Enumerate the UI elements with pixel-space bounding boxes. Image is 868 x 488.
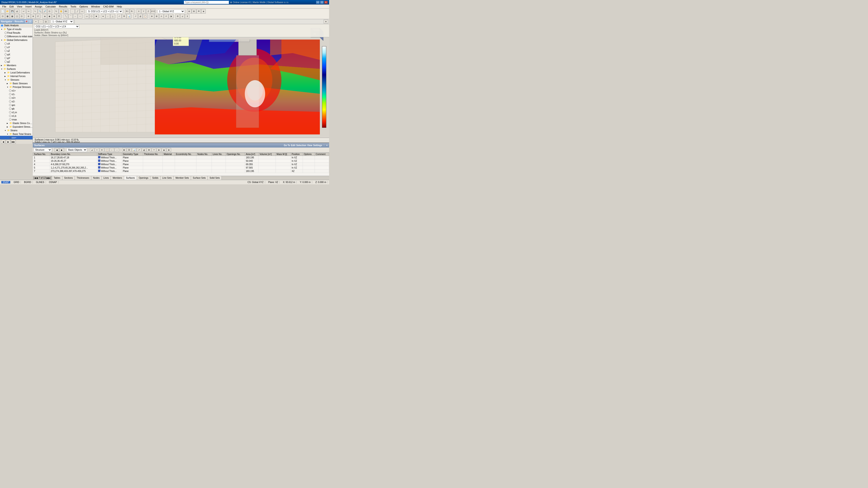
tb2-snap2[interactable]: ⊕ <box>150 14 154 19</box>
tb-results-off[interactable]: R- <box>130 9 134 13</box>
tree-diff-initial[interactable]: Differences to initial state <box>0 35 33 38</box>
menu-file[interactable]: File <box>1 5 8 8</box>
menu-window[interactable]: Window <box>90 5 101 8</box>
tb2-load[interactable]: ↓ <box>105 14 110 19</box>
menu-assign[interactable]: Assign <box>33 5 43 8</box>
tb-surface[interactable]: ▭ <box>80 9 84 13</box>
nav-close[interactable]: ✕ <box>29 20 32 23</box>
tb-x[interactable]: X <box>136 9 141 13</box>
tb2-render2[interactable]: ◑ <box>168 14 173 19</box>
tree-phix[interactable]: φX <box>0 53 33 56</box>
tb2-curve[interactable]: ⌒ <box>68 14 73 19</box>
tree-uy[interactable]: uY <box>0 45 33 49</box>
tb2-clip[interactable]: 📋 <box>143 14 147 19</box>
tb-snap[interactable]: ⊕ <box>187 9 191 13</box>
tb2-filter[interactable]: ⊿ <box>180 14 185 19</box>
tab-members[interactable]: Members <box>111 176 124 180</box>
tree-uz[interactable]: uZ <box>0 49 33 53</box>
tree-type-results[interactable]: 📁 Type of results <box>0 27 33 31</box>
tb2-axes[interactable]: ⊞ <box>154 14 159 19</box>
tb-select[interactable]: ↖ <box>33 9 37 13</box>
vp-zoom-in[interactable]: + <box>34 20 38 24</box>
tb-bottom-more1[interactable]: ⊕ <box>157 148 161 152</box>
col-nodes-no[interactable]: Nodes No. <box>196 153 212 156</box>
nav-btn-play[interactable]: ▶▶ <box>11 140 16 144</box>
structure-combo[interactable]: Structure <box>34 148 52 152</box>
nav-pin[interactable]: 📌 <box>25 20 28 23</box>
tb-new[interactable]: 📄 <box>0 9 5 13</box>
tree-elastic-stress[interactable]: 📁 Elastic Stress Components <box>0 121 33 125</box>
tree-phim[interactable]: φm <box>0 103 33 107</box>
col-thickness[interactable]: Thickness No. <box>143 153 162 156</box>
tb-bottom-add[interactable]: + <box>95 148 99 152</box>
table-row[interactable]: 44-9,268,37-58,270Without Thick...Plane6… <box>33 163 329 166</box>
table-row[interactable]: 51,2,4,271,270,65,28,266,262,265,2...Wit… <box>33 166 329 169</box>
col-material[interactable]: Material <box>163 153 175 156</box>
nav-btn-prev[interactable]: ◀ <box>1 140 5 144</box>
tb2-5[interactable]: ⊡ <box>20 14 24 19</box>
tb-bottom-next[interactable]: ▶ <box>59 148 64 152</box>
col-mass[interactable]: Mass M [t] <box>276 153 291 156</box>
tree-sigma2p[interactable]: σ2+ <box>0 96 33 100</box>
tree-sigma2m[interactable]: σ2- <box>0 100 33 103</box>
vp-zoom-out[interactable]: - <box>39 20 43 24</box>
table-row[interactable]: 116,17,28,65-47,18Without Thick...Plane1… <box>33 156 329 159</box>
tree-sigma1m2[interactable]: σ1,m <box>0 110 33 114</box>
tree-tmax[interactable]: τmax <box>0 118 33 121</box>
tree-members[interactable]: 📁 Members <box>0 64 33 67</box>
menu-view[interactable]: View <box>16 5 24 8</box>
col-geometry-type[interactable]: Geometry Type <box>122 153 143 156</box>
tb-line[interactable]: ╱ <box>75 9 80 13</box>
tree-global-deformations[interactable]: 📁 Global Deformations <box>0 38 33 42</box>
menu-results[interactable]: Results <box>58 5 69 8</box>
tree-internal-forces[interactable]: 📁 Internal Forces <box>0 74 33 78</box>
col-volume[interactable]: Volume [m³] <box>258 153 276 156</box>
tb2-support[interactable]: △ <box>110 14 115 19</box>
menu-tools[interactable]: Tools <box>69 5 78 8</box>
tree-basic-stresses[interactable]: 📁 Basic Stresses <box>0 82 33 85</box>
tb-bottom-delete[interactable]: ✕ <box>100 148 104 152</box>
vp-close[interactable]: ✕ <box>324 20 328 24</box>
col-boundary-lines[interactable]: Boundary Lines No. <box>50 153 97 156</box>
tb-bottom-prev[interactable]: ◀ <box>55 148 59 152</box>
tb2-1[interactable]: ⊡ <box>0 14 5 19</box>
tb2-results[interactable]: 📊 <box>127 14 131 19</box>
page-last[interactable]: ▶| <box>49 177 51 179</box>
tb2-circle[interactable]: ○ <box>78 14 82 19</box>
maximize-button[interactable]: □ <box>320 1 324 4</box>
tb2-info[interactable]: ℹ <box>185 14 189 19</box>
tb2-2[interactable]: ▦ <box>5 14 10 19</box>
tab-nodes[interactable]: Nodes <box>91 176 102 180</box>
tree-strains[interactable]: 📁 Strains <box>0 129 33 132</box>
search-input[interactable] <box>184 1 229 4</box>
tb2-12[interactable]: ☰ <box>57 14 61 19</box>
tb2-6[interactable]: ⊕ <box>26 14 31 19</box>
col-stiffness-type[interactable]: Stiffness Type <box>97 153 122 156</box>
vp-zoom-all[interactable]: ⊡ <box>43 20 48 24</box>
col-comment[interactable]: Comment <box>315 153 329 156</box>
col-openings[interactable]: Openings No. <box>225 153 245 156</box>
basic-objects-combo[interactable]: Basic Objects <box>67 148 87 152</box>
axis-combo[interactable]: 1 - Global XYZ <box>51 20 73 24</box>
tree-local-def[interactable]: 📁 Local Deformations <box>0 71 33 74</box>
tb2-poly[interactable]: ⬡ <box>89 14 94 19</box>
tb2-10[interactable]: ◉ <box>47 14 52 19</box>
tb2-print2[interactable]: 🖨 <box>138 14 143 19</box>
menu-edit[interactable]: Edit <box>8 5 15 8</box>
tree-exx-p[interactable]: εxx+ <box>0 136 33 139</box>
tree-phiy[interactable]: φY <box>0 56 33 60</box>
tree-sigma1m[interactable]: σ1- <box>0 92 33 96</box>
tb-y[interactable]: Y <box>141 9 146 13</box>
tb2-labels[interactable]: A <box>159 14 164 19</box>
tab-line-sets[interactable]: Line Sets <box>160 176 174 180</box>
tb-zoom-all[interactable]: ⊡ <box>47 9 52 13</box>
tree-equiv-stresses[interactable]: 📁 Equivalent Stresses <box>0 125 33 129</box>
panel-tab-goto[interactable]: Go To <box>284 144 290 147</box>
col-position[interactable]: Position <box>291 153 303 156</box>
panel-tab-selection[interactable]: Selection <box>296 144 306 147</box>
tab-solids[interactable]: Solids <box>150 176 160 180</box>
viewport-3d[interactable]: CO2: LC1 + LC2 + LC3 + LC4 Loads [kN/m²]… <box>33 19 329 144</box>
tab-openings[interactable]: Openings <box>137 176 151 180</box>
panel-tab-view[interactable]: View <box>307 144 312 147</box>
minimize-button[interactable]: ─ <box>316 1 320 4</box>
